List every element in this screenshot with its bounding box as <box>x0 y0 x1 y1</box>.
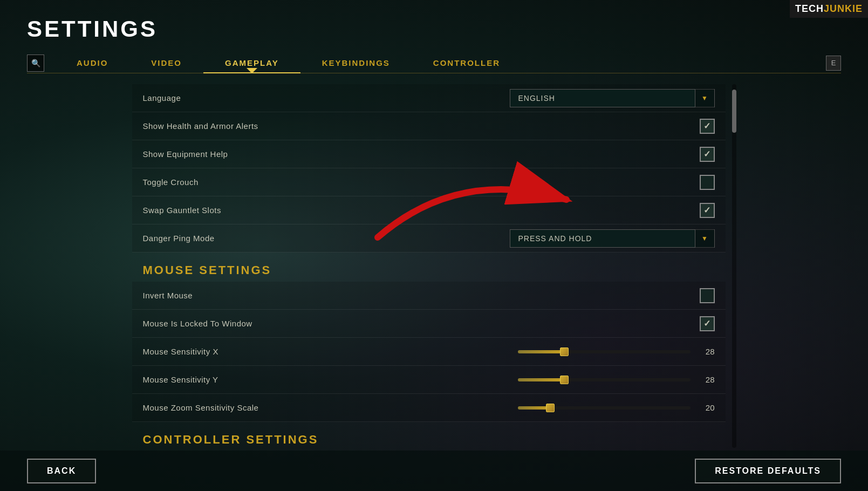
settings-panel: Language ENGLISH ▼ Show Health and Armor… <box>132 84 736 448</box>
danger-ping-dropdown-arrow: ▼ <box>695 229 714 248</box>
swap-gauntlet-checkmark: ✓ <box>703 206 710 215</box>
swap-gauntlet-checkbox[interactable]: ✓ <box>700 203 715 218</box>
zoom-sensitivity-label: Mouse Zoom Sensitivity Scale <box>143 403 259 412</box>
tab-controller[interactable]: CONTROLLER <box>412 53 522 73</box>
danger-ping-setting: Danger Ping Mode PRESS AND HOLD ▼ <box>132 224 726 253</box>
tab-video[interactable]: VIDEO <box>129 53 203 73</box>
search-icon[interactable]: 🔍 <box>27 54 44 72</box>
zoom-sensitivity-slider[interactable] <box>518 406 691 410</box>
restore-defaults-button[interactable]: RESTORE DEFAULTS <box>695 459 841 483</box>
danger-ping-dropdown[interactable]: PRESS AND HOLD ▼ <box>510 229 715 248</box>
show-equipment-checkbox[interactable]: ✓ <box>700 147 715 162</box>
sensitivity-y-slider[interactable] <box>518 378 691 381</box>
sensitivity-y-label: Mouse Sensitivity Y <box>143 375 218 384</box>
scrollbar-track[interactable] <box>732 84 736 448</box>
zoom-sensitivity-thumb[interactable] <box>546 404 555 412</box>
controller-settings-header: CONTROLLER SETTINGS <box>132 422 726 448</box>
invert-mouse-checkbox[interactable] <box>700 288 715 303</box>
logo-tech: TECH <box>795 3 824 14</box>
sensitivity-x-fill <box>518 350 564 353</box>
zoom-sensitivity-fill <box>518 406 551 410</box>
show-health-label: Show Health and Armor Alerts <box>143 121 258 131</box>
zoom-sensitivity-container: 20 <box>518 403 715 412</box>
show-health-checkmark: ✓ <box>703 122 710 131</box>
tab-gameplay[interactable]: GAMEPLAY <box>203 53 300 73</box>
main-content: SETTINGS 🔍 AUDIO VIDEO GAMEPLAY KEYBINDI… <box>0 0 868 491</box>
logo-junkie: JUNKIE <box>824 3 863 14</box>
sensitivity-y-setting: Mouse Sensitivity Y 28 <box>132 366 726 394</box>
bottom-bar: BACK RESTORE DEFAULTS <box>0 451 868 491</box>
invert-mouse-label: Invert Mouse <box>143 291 193 300</box>
scrollbar-thumb[interactable] <box>732 90 736 133</box>
page-title: SETTINGS <box>27 16 841 42</box>
sensitivity-x-slider[interactable] <box>518 350 691 353</box>
back-button[interactable]: BACK <box>27 459 96 483</box>
show-health-setting: Show Health and Armor Alerts ✓ <box>132 112 726 140</box>
sensitivity-y-thumb[interactable] <box>560 376 569 384</box>
zoom-sensitivity-setting: Mouse Zoom Sensitivity Scale 20 <box>132 394 726 422</box>
toggle-crouch-label: Toggle Crouch <box>143 178 199 187</box>
sensitivity-x-setting: Mouse Sensitivity X 28 <box>132 338 726 366</box>
mouse-locked-label: Mouse Is Locked To Window <box>143 319 252 328</box>
language-value: ENGLISH <box>510 94 695 103</box>
invert-mouse-setting: Invert Mouse <box>132 282 726 310</box>
sensitivity-y-fill <box>518 378 564 381</box>
mouse-locked-checkbox[interactable]: ✓ <box>700 316 715 331</box>
mouse-settings-header: MOUSE SETTINGS <box>132 253 726 282</box>
header: SETTINGS 🔍 AUDIO VIDEO GAMEPLAY KEYBINDI… <box>0 0 868 73</box>
language-label: Language <box>143 93 181 103</box>
mouse-locked-setting: Mouse Is Locked To Window ✓ <box>132 310 726 338</box>
sensitivity-x-label: Mouse Sensitivity X <box>143 347 218 356</box>
swap-gauntlet-label: Swap Gauntlet Slots <box>143 206 221 215</box>
tab-audio[interactable]: AUDIO <box>55 53 129 73</box>
language-dropdown-arrow: ▼ <box>695 89 714 107</box>
show-equipment-checkmark: ✓ <box>703 150 710 159</box>
techjunkie-logo: TECHJUNKIE <box>790 0 868 18</box>
language-setting: Language ENGLISH ▼ <box>132 84 726 112</box>
toggle-crouch-checkbox[interactable] <box>700 175 715 190</box>
mouse-locked-checkmark: ✓ <box>703 319 710 328</box>
settings-list: Language ENGLISH ▼ Show Health and Armor… <box>132 84 730 448</box>
language-dropdown[interactable]: ENGLISH ▼ <box>510 89 715 107</box>
sensitivity-x-value: 28 <box>699 347 715 356</box>
sensitivity-x-thumb[interactable] <box>560 347 569 356</box>
main-area: Language ENGLISH ▼ Show Health and Armor… <box>0 73 868 491</box>
tab-keybindings[interactable]: KEYBINDINGS <box>300 53 412 73</box>
show-equipment-setting: Show Equipment Help ✓ <box>132 140 726 168</box>
sensitivity-x-container: 28 <box>518 347 715 356</box>
nav-tabs: 🔍 AUDIO VIDEO GAMEPLAY KEYBINDINGS CONTR… <box>27 53 841 73</box>
danger-ping-value: PRESS AND HOLD <box>510 234 695 243</box>
danger-ping-label: Danger Ping Mode <box>143 234 215 243</box>
show-health-checkbox[interactable]: ✓ <box>700 119 715 134</box>
e-icon: E <box>826 56 841 71</box>
sensitivity-y-container: 28 <box>518 375 715 384</box>
toggle-crouch-setting: Toggle Crouch <box>132 168 726 196</box>
show-equipment-label: Show Equipment Help <box>143 149 228 159</box>
sensitivity-y-value: 28 <box>699 375 715 384</box>
swap-gauntlet-setting: Swap Gauntlet Slots ✓ <box>132 196 726 224</box>
zoom-sensitivity-value: 20 <box>699 403 715 412</box>
